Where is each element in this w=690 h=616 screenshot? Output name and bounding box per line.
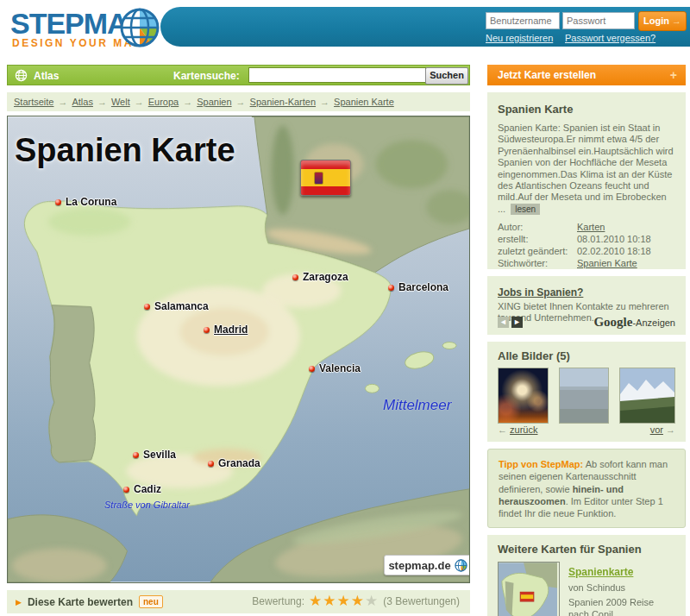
images-back-link[interactable]: ← zurück bbox=[498, 424, 537, 435]
new-badge: neu bbox=[139, 595, 163, 608]
images-forward-link[interactable]: vor → bbox=[650, 424, 675, 435]
breadcrumb-link[interactable]: Atlas bbox=[72, 97, 92, 107]
images-title: Alle Bilder (5) bbox=[498, 349, 675, 362]
breadcrumb-separator: → bbox=[135, 97, 144, 107]
globe-logo-icon bbox=[119, 7, 160, 48]
meta-value[interactable]: Karten bbox=[577, 222, 605, 233]
ad-prev-button[interactable]: ◄ bbox=[498, 317, 509, 328]
city-marker: Zaragoza bbox=[292, 271, 348, 283]
breadcrumb-link[interactable]: Welt bbox=[111, 97, 130, 107]
city-dot-icon bbox=[133, 452, 139, 458]
city-label: Valencia bbox=[319, 362, 361, 374]
image-thumbnail-aerial-city[interactable] bbox=[559, 368, 610, 424]
city-dot-icon bbox=[292, 274, 298, 280]
city-label: Zaragoza bbox=[303, 271, 348, 283]
city-label: Granada bbox=[218, 457, 260, 469]
sea-label: Straße von Gibraltar bbox=[104, 500, 190, 510]
spain-flag-icon bbox=[300, 160, 351, 196]
city-dot-icon bbox=[123, 487, 129, 493]
tip-panel: Tipp von StepMap: Ab sofort kann man sei… bbox=[487, 449, 686, 528]
meta-row: Autor:Karten bbox=[498, 222, 675, 233]
login-button[interactable]: Login → bbox=[638, 11, 687, 31]
city-marker: Madrid bbox=[204, 324, 248, 336]
city-label: Salamanca bbox=[154, 300, 209, 312]
create-map-banner[interactable]: Jetzt Karte erstellen + bbox=[487, 65, 686, 85]
atlas-toolbar: Atlas Kartensuche: Suchen bbox=[7, 65, 470, 85]
map-info-panel: Spanien Karte Spanien Karte: Spanien ist… bbox=[487, 92, 686, 269]
search-button[interactable]: Suchen bbox=[425, 67, 468, 85]
password-input[interactable] bbox=[562, 12, 635, 29]
city-dot-icon bbox=[144, 304, 150, 310]
related-map-link[interactable]: Spanienkarte bbox=[568, 566, 633, 578]
city-marker: Granada bbox=[208, 457, 260, 469]
arrow-right-icon: → bbox=[666, 424, 675, 435]
forgot-password-link[interactable]: Passwort vergessen? bbox=[565, 33, 656, 43]
meta-label: erstellt: bbox=[498, 234, 577, 245]
city-label: Cadiz bbox=[134, 483, 161, 495]
breadcrumb-separator: → bbox=[58, 97, 67, 107]
images-panel: Alle Bilder (5) ← zurück vor → bbox=[487, 342, 686, 442]
info-description: Spanien Karte: Spanien ist ein Staat in … bbox=[498, 123, 674, 214]
meta-label: Autor: bbox=[498, 222, 577, 233]
image-thumbnail-mountains[interactable] bbox=[619, 368, 675, 424]
breadcrumb: Startseite→Atlas→Welt→Europa→Spanien→Spa… bbox=[7, 92, 470, 111]
image-thumbnails bbox=[498, 368, 675, 424]
read-more-button[interactable]: lesen bbox=[511, 204, 540, 215]
meta-row: zuletzt geändert:02.02.2010 18:18 bbox=[498, 246, 675, 257]
breadcrumb-link[interactable]: Europa bbox=[148, 97, 179, 107]
city-dot-icon bbox=[309, 366, 315, 372]
meta-label: Stichwörter: bbox=[498, 258, 577, 269]
register-link[interactable]: Neu registrieren bbox=[486, 33, 553, 43]
globe-logo-icon bbox=[455, 559, 467, 572]
jobs-ad-link[interactable]: Jobs in Spanien? bbox=[498, 286, 583, 299]
city-marker: Valencia bbox=[309, 362, 361, 374]
username-input[interactable] bbox=[486, 12, 560, 29]
city-dot-icon bbox=[204, 327, 210, 333]
star-icon: ★ bbox=[337, 593, 351, 609]
map-title: Spanien Karte bbox=[15, 132, 235, 169]
meta-value[interactable]: Spanien Karte bbox=[577, 258, 637, 269]
meta-value: 08.01.2010 10:18 bbox=[577, 234, 651, 245]
atlas-link[interactable]: Atlas bbox=[34, 70, 59, 82]
map-meta-table: Autor:Kartenerstellt:08.01.2010 10:18zul… bbox=[498, 222, 675, 269]
city-marker: La Coruna bbox=[55, 196, 116, 208]
star-rating[interactable]: ★★★★★ bbox=[309, 594, 379, 609]
breadcrumb-separator: → bbox=[97, 97, 107, 107]
related-map-thumbnail[interactable] bbox=[498, 562, 560, 616]
rating-count: (3 Bewertungen) bbox=[383, 595, 460, 607]
info-title: Spanien Karte bbox=[498, 103, 675, 116]
breadcrumb-link[interactable]: Spanien-Karten bbox=[250, 97, 316, 107]
login-arrow-icon: → bbox=[672, 16, 681, 26]
star-icon: ★ bbox=[365, 593, 379, 609]
city-label: Madrid bbox=[214, 324, 248, 336]
image-thumbnail-night-city[interactable] bbox=[498, 368, 549, 424]
create-map-label: Jetzt Karte erstellen bbox=[498, 69, 596, 81]
city-marker: Barcelona bbox=[388, 281, 448, 293]
city-marker: Sevilla bbox=[133, 449, 176, 461]
city-dot-icon bbox=[208, 461, 214, 467]
meta-value: 02.02.2010 18:18 bbox=[577, 246, 651, 257]
meta-row: erstellt:08.01.2010 10:18 bbox=[498, 234, 675, 245]
rating-caption: Bewertung: bbox=[252, 595, 304, 607]
star-icon: ★ bbox=[351, 593, 365, 609]
city-label: Sevilla bbox=[143, 449, 176, 461]
arrow-left-icon: ← bbox=[498, 424, 507, 435]
tip-label: Tipp von StepMap: bbox=[499, 459, 583, 469]
rate-this-map-link[interactable]: Diese Karte bewerten bbox=[28, 596, 133, 608]
breadcrumb-link[interactable]: Spanien Karte bbox=[334, 97, 394, 107]
breadcrumb-separator: → bbox=[320, 97, 329, 107]
spain-map[interactable]: Spanien Karte La CorunaSalamancaMadridZa… bbox=[7, 116, 470, 583]
sea-label: Mittelmeer bbox=[383, 397, 451, 414]
city-marker: Cadiz bbox=[123, 483, 161, 495]
meta-row: Stichwörter:Spanien Karte bbox=[498, 258, 675, 269]
arrow-right-icon: ▶ bbox=[16, 598, 22, 607]
breadcrumb-link[interactable]: Spanien bbox=[197, 97, 231, 107]
ad-next-button[interactable]: ► bbox=[511, 317, 523, 328]
jobs-ad-panel: Jobs in Spanien? XING bietet Ihnen Konta… bbox=[487, 276, 686, 335]
map-search-input[interactable] bbox=[248, 67, 426, 83]
city-dot-icon bbox=[388, 285, 394, 291]
globe-icon bbox=[15, 69, 28, 82]
plus-icon: + bbox=[670, 68, 677, 82]
map-graphic bbox=[8, 116, 469, 582]
breadcrumb-link[interactable]: Startseite bbox=[14, 97, 53, 107]
